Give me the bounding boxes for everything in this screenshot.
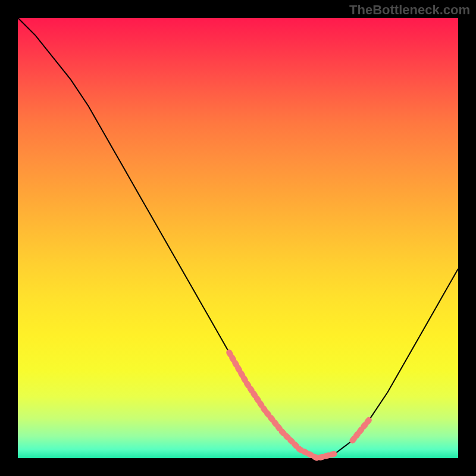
plot-area bbox=[18, 18, 458, 458]
highlight-right-shoulder bbox=[352, 418, 370, 440]
bottleneck-curve bbox=[18, 18, 458, 458]
watermark-text: TheBottleneck.com bbox=[349, 2, 470, 18]
highlight-valley-floor bbox=[282, 432, 335, 458]
chart-frame: TheBottleneck.com bbox=[0, 0, 476, 476]
highlight-group bbox=[229, 352, 370, 458]
highlight-left-shoulder bbox=[229, 352, 282, 431]
curve-layer bbox=[18, 18, 458, 458]
